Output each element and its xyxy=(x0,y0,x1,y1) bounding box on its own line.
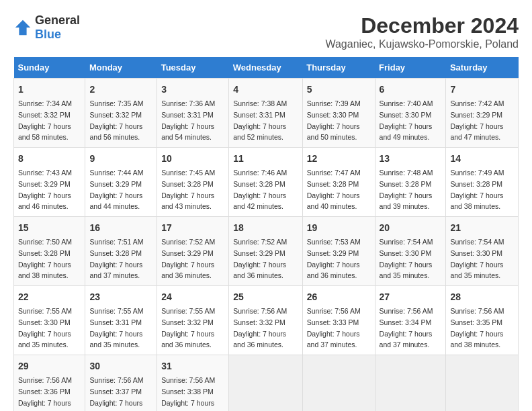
day-info: Sunrise: 7:56 AMSunset: 3:37 PMDaylight:… xyxy=(89,376,143,411)
day-number: 29 xyxy=(18,359,81,373)
day-number: 24 xyxy=(161,290,224,304)
column-header-sunday: Sunday xyxy=(14,57,85,79)
day-info: Sunrise: 7:56 AMSunset: 3:34 PMDaylight:… xyxy=(380,307,433,349)
calendar-cell: 18Sunrise: 7:52 AMSunset: 3:29 PMDayligh… xyxy=(229,217,302,286)
calendar-header-row: SundayMondayTuesdayWednesdayThursdayFrid… xyxy=(14,57,519,79)
calendar-cell: 21Sunrise: 7:54 AMSunset: 3:30 PMDayligh… xyxy=(446,217,519,286)
day-number: 27 xyxy=(380,290,442,304)
day-info: Sunrise: 7:36 AMSunset: 3:31 PMDaylight:… xyxy=(161,99,215,141)
calendar-cell: 4Sunrise: 7:38 AMSunset: 3:31 PMDaylight… xyxy=(229,79,302,148)
day-info: Sunrise: 7:56 AMSunset: 3:35 PMDaylight:… xyxy=(450,307,504,349)
svg-marker-0 xyxy=(15,20,30,35)
day-info: Sunrise: 7:51 AMSunset: 3:28 PMDaylight:… xyxy=(89,238,143,279)
day-number: 10 xyxy=(161,152,224,166)
page-header: General Blue December 2024 Waganiec, Kuj… xyxy=(13,13,519,50)
calendar-cell: 17Sunrise: 7:52 AMSunset: 3:29 PMDayligh… xyxy=(157,217,229,286)
day-info: Sunrise: 7:49 AMSunset: 3:28 PMDaylight:… xyxy=(450,169,504,210)
calendar-cell: 11Sunrise: 7:46 AMSunset: 3:28 PMDayligh… xyxy=(229,148,302,217)
day-number: 26 xyxy=(307,290,371,304)
calendar-cell xyxy=(302,355,375,412)
day-info: Sunrise: 7:56 AMSunset: 3:33 PMDaylight:… xyxy=(307,307,361,349)
day-number: 3 xyxy=(161,83,224,97)
day-info: Sunrise: 7:47 AMSunset: 3:28 PMDaylight:… xyxy=(307,169,361,210)
calendar-cell: 30Sunrise: 7:56 AMSunset: 3:37 PMDayligh… xyxy=(85,355,157,412)
day-number: 25 xyxy=(233,290,298,304)
calendar-week-1: 1Sunrise: 7:34 AMSunset: 3:32 PMDaylight… xyxy=(14,79,519,148)
calendar-cell: 31Sunrise: 7:56 AMSunset: 3:38 PMDayligh… xyxy=(157,355,229,412)
main-title: December 2024 xyxy=(325,13,519,38)
day-number: 16 xyxy=(89,221,152,235)
day-info: Sunrise: 7:54 AMSunset: 3:30 PMDaylight:… xyxy=(380,238,433,279)
day-info: Sunrise: 7:53 AMSunset: 3:29 PMDaylight:… xyxy=(307,238,361,279)
logo: General Blue xyxy=(13,13,80,42)
day-number: 8 xyxy=(18,152,81,166)
calendar-cell: 20Sunrise: 7:54 AMSunset: 3:30 PMDayligh… xyxy=(375,217,446,286)
calendar-cell: 19Sunrise: 7:53 AMSunset: 3:29 PMDayligh… xyxy=(302,217,375,286)
calendar-cell: 15Sunrise: 7:50 AMSunset: 3:28 PMDayligh… xyxy=(14,217,85,286)
day-info: Sunrise: 7:40 AMSunset: 3:30 PMDaylight:… xyxy=(380,99,433,141)
day-info: Sunrise: 7:56 AMSunset: 3:36 PMDaylight:… xyxy=(18,376,72,411)
column-header-thursday: Thursday xyxy=(302,57,375,79)
calendar-week-5: 29Sunrise: 7:56 AMSunset: 3:36 PMDayligh… xyxy=(14,355,519,412)
logo-icon xyxy=(13,18,32,37)
day-number: 19 xyxy=(307,221,371,235)
day-number: 22 xyxy=(18,290,81,304)
calendar-week-3: 15Sunrise: 7:50 AMSunset: 3:28 PMDayligh… xyxy=(14,217,519,286)
column-header-tuesday: Tuesday xyxy=(157,57,229,79)
day-info: Sunrise: 7:55 AMSunset: 3:32 PMDaylight:… xyxy=(161,307,215,349)
day-number: 13 xyxy=(380,152,442,166)
column-header-saturday: Saturday xyxy=(446,57,519,79)
day-number: 21 xyxy=(450,221,514,235)
calendar-cell: 28Sunrise: 7:56 AMSunset: 3:35 PMDayligh… xyxy=(446,286,519,355)
calendar-cell: 8Sunrise: 7:43 AMSunset: 3:29 PMDaylight… xyxy=(14,148,85,217)
day-info: Sunrise: 7:55 AMSunset: 3:31 PMDaylight:… xyxy=(89,307,143,349)
day-number: 14 xyxy=(450,152,514,166)
column-header-friday: Friday xyxy=(375,57,446,79)
day-number: 17 xyxy=(161,221,224,235)
calendar-cell: 25Sunrise: 7:56 AMSunset: 3:32 PMDayligh… xyxy=(229,286,302,355)
calendar-cell xyxy=(229,355,302,412)
day-info: Sunrise: 7:43 AMSunset: 3:29 PMDaylight:… xyxy=(18,169,72,210)
day-number: 7 xyxy=(450,83,514,97)
calendar-cell: 14Sunrise: 7:49 AMSunset: 3:28 PMDayligh… xyxy=(446,148,519,217)
day-info: Sunrise: 7:45 AMSunset: 3:28 PMDaylight:… xyxy=(161,169,215,210)
day-number: 15 xyxy=(18,221,81,235)
calendar-cell: 22Sunrise: 7:55 AMSunset: 3:30 PMDayligh… xyxy=(14,286,85,355)
day-info: Sunrise: 7:35 AMSunset: 3:32 PMDaylight:… xyxy=(89,99,143,141)
calendar-cell: 13Sunrise: 7:48 AMSunset: 3:28 PMDayligh… xyxy=(375,148,446,217)
calendar-cell: 2Sunrise: 7:35 AMSunset: 3:32 PMDaylight… xyxy=(85,79,157,148)
day-number: 5 xyxy=(307,83,371,97)
calendar-table: SundayMondayTuesdayWednesdayThursdayFrid… xyxy=(13,57,519,411)
calendar-cell: 23Sunrise: 7:55 AMSunset: 3:31 PMDayligh… xyxy=(85,286,157,355)
day-info: Sunrise: 7:52 AMSunset: 3:29 PMDaylight:… xyxy=(233,238,287,279)
calendar-week-2: 8Sunrise: 7:43 AMSunset: 3:29 PMDaylight… xyxy=(14,148,519,217)
subtitle: Waganiec, Kujawsko-Pomorskie, Poland xyxy=(325,38,519,50)
logo-blue: Blue xyxy=(35,28,61,41)
calendar-cell: 16Sunrise: 7:51 AMSunset: 3:28 PMDayligh… xyxy=(85,217,157,286)
day-number: 18 xyxy=(233,221,298,235)
calendar-cell: 29Sunrise: 7:56 AMSunset: 3:36 PMDayligh… xyxy=(14,355,85,412)
day-number: 9 xyxy=(89,152,152,166)
logo-text: General Blue xyxy=(35,13,80,42)
calendar-cell: 5Sunrise: 7:39 AMSunset: 3:30 PMDaylight… xyxy=(302,79,375,148)
day-info: Sunrise: 7:38 AMSunset: 3:31 PMDaylight:… xyxy=(233,99,287,141)
day-number: 23 xyxy=(89,290,152,304)
day-number: 28 xyxy=(450,290,514,304)
day-info: Sunrise: 7:52 AMSunset: 3:29 PMDaylight:… xyxy=(161,238,215,279)
day-number: 20 xyxy=(380,221,442,235)
calendar-cell: 26Sunrise: 7:56 AMSunset: 3:33 PMDayligh… xyxy=(302,286,375,355)
day-info: Sunrise: 7:44 AMSunset: 3:29 PMDaylight:… xyxy=(89,169,143,210)
calendar-cell xyxy=(446,355,519,412)
day-number: 12 xyxy=(307,152,371,166)
column-header-monday: Monday xyxy=(85,57,157,79)
calendar-cell: 12Sunrise: 7:47 AMSunset: 3:28 PMDayligh… xyxy=(302,148,375,217)
calendar-week-4: 22Sunrise: 7:55 AMSunset: 3:30 PMDayligh… xyxy=(14,286,519,355)
day-info: Sunrise: 7:56 AMSunset: 3:32 PMDaylight:… xyxy=(233,307,287,349)
calendar-cell xyxy=(375,355,446,412)
day-number: 1 xyxy=(18,83,81,97)
day-info: Sunrise: 7:42 AMSunset: 3:29 PMDaylight:… xyxy=(450,99,504,141)
day-info: Sunrise: 7:34 AMSunset: 3:32 PMDaylight:… xyxy=(18,99,72,141)
calendar-cell: 10Sunrise: 7:45 AMSunset: 3:28 PMDayligh… xyxy=(157,148,229,217)
column-header-wednesday: Wednesday xyxy=(229,57,302,79)
day-number: 31 xyxy=(161,359,224,373)
